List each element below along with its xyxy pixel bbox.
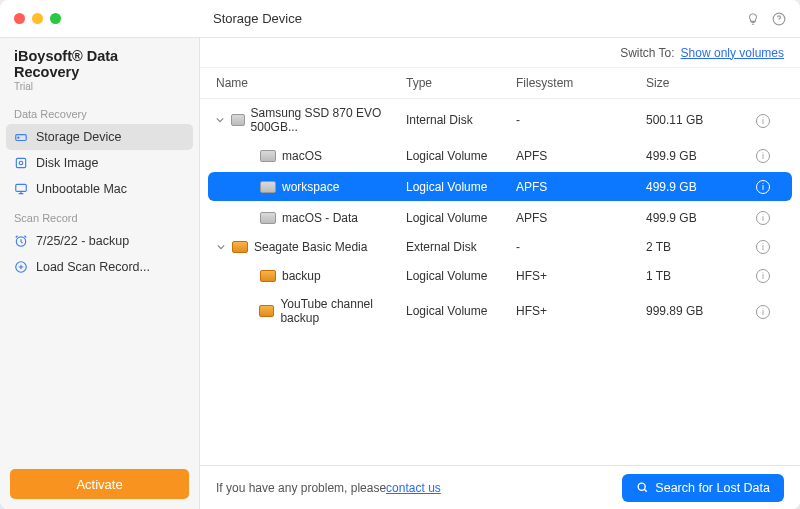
search-icon [636, 481, 649, 494]
sidebar-item-label: Unbootable Mac [36, 182, 127, 196]
search-lost-data-button[interactable]: Search for Lost Data [622, 474, 784, 502]
info-icon[interactable]: i [756, 305, 770, 319]
sidebar-item-label: Load Scan Record... [36, 260, 150, 274]
sidebar-section-header: Scan Record [0, 202, 199, 228]
table-row[interactable]: workspaceLogical VolumeAPFS499.9 GBi [208, 172, 792, 201]
body: iBoysoft® Data Recovery Trial Data Recov… [0, 38, 800, 509]
monitor-icon [14, 182, 28, 196]
info-icon[interactable]: i [756, 180, 770, 194]
svg-rect-3 [16, 158, 25, 167]
sidebar-item-load-scan-record-[interactable]: Load Scan Record... [0, 254, 199, 280]
row-type: Logical Volume [406, 211, 516, 225]
svg-line-13 [645, 489, 648, 492]
chevron-down-icon[interactable] [216, 116, 225, 124]
drive-icon [260, 181, 276, 193]
sidebar-item-disk-image[interactable]: Disk Image [0, 150, 199, 176]
row-name: backup [282, 269, 321, 283]
row-type: Logical Volume [406, 180, 516, 194]
row-name: Seagate Basic Media [254, 240, 367, 254]
search-button-label: Search for Lost Data [655, 481, 770, 495]
window-controls [0, 13, 200, 24]
sidebar-item-label: 7/25/22 - backup [36, 234, 129, 248]
disk-image-icon [14, 156, 28, 170]
table-row[interactable]: Samsung SSD 870 EVO 500GB...Internal Dis… [200, 99, 800, 141]
sidebar-item-7-25-22-backup[interactable]: 7/25/22 - backup [0, 228, 199, 254]
table-row[interactable]: YouTube channel backupLogical VolumeHFS+… [200, 290, 800, 332]
table-row[interactable]: backupLogical VolumeHFS+1 TBi [200, 261, 800, 290]
sidebar: iBoysoft® Data Recovery Trial Data Recov… [0, 38, 200, 509]
row-filesystem: APFS [516, 211, 646, 225]
row-type: Logical Volume [406, 149, 516, 163]
activate-button[interactable]: Activate [10, 469, 189, 499]
help-icon[interactable] [772, 12, 786, 26]
row-type: Logical Volume [406, 304, 516, 318]
brand-sub: Trial [14, 81, 185, 92]
info-icon[interactable]: i [756, 211, 770, 225]
sidebar-item-storage-device[interactable]: Storage Device [6, 124, 193, 150]
row-filesystem: - [516, 240, 646, 254]
svg-point-4 [19, 161, 23, 165]
clock-icon [14, 234, 28, 248]
drive-icon [231, 114, 245, 126]
page-title: Storage Device [200, 11, 746, 26]
plus-circle-icon [14, 260, 28, 274]
footer: If you have any problem, please contact … [200, 465, 800, 509]
info-icon[interactable]: i [756, 269, 770, 283]
row-name: workspace [282, 180, 339, 194]
sidebar-item-label: Disk Image [36, 156, 99, 170]
titlebar: Storage Device [0, 0, 800, 38]
info-icon[interactable]: i [756, 149, 770, 163]
info-icon[interactable]: i [756, 240, 770, 254]
drive-icon [260, 150, 276, 162]
col-size[interactable]: Size [646, 76, 756, 90]
table-body: Samsung SSD 870 EVO 500GB...Internal Dis… [200, 99, 800, 465]
sidebar-item-label: Storage Device [36, 130, 121, 144]
storage-icon [14, 130, 28, 144]
row-size: 1 TB [646, 269, 756, 283]
table-row[interactable]: macOSLogical VolumeAPFS499.9 GBi [200, 141, 800, 170]
titlebar-actions [746, 12, 800, 26]
col-name[interactable]: Name [216, 76, 406, 90]
chevron-down-icon[interactable] [216, 243, 226, 251]
row-name: macOS [282, 149, 322, 163]
row-name: macOS - Data [282, 211, 358, 225]
drive-icon [260, 212, 276, 224]
sidebar-section-header: Data Recovery [0, 98, 199, 124]
row-size: 500.11 GB [646, 113, 756, 127]
col-type[interactable]: Type [406, 76, 516, 90]
table-row[interactable]: Seagate Basic MediaExternal Disk-2 TBi [200, 232, 800, 261]
row-size: 999.89 GB [646, 304, 756, 318]
row-size: 499.9 GB [646, 180, 756, 194]
row-filesystem: - [516, 113, 646, 127]
table-header: Name Type Filesystem Size [200, 68, 800, 99]
svg-point-12 [639, 483, 646, 490]
sidebar-spacer [0, 280, 199, 459]
close-icon[interactable] [14, 13, 25, 24]
row-type: Logical Volume [406, 269, 516, 283]
info-icon[interactable]: i [756, 114, 770, 128]
footer-text: If you have any problem, please [216, 481, 386, 495]
show-only-volumes-link[interactable]: Show only volumes [681, 46, 784, 60]
table-row[interactable]: macOS - DataLogical VolumeAPFS499.9 GBi [200, 203, 800, 232]
minimize-icon[interactable] [32, 13, 43, 24]
svg-point-2 [18, 137, 19, 138]
row-size: 499.9 GB [646, 211, 756, 225]
app-window: Storage Device iBoysoft® Data Recovery T… [0, 0, 800, 509]
row-type: Internal Disk [406, 113, 516, 127]
row-name: YouTube channel backup [280, 297, 406, 325]
row-filesystem: APFS [516, 180, 646, 194]
row-size: 499.9 GB [646, 149, 756, 163]
lightbulb-icon[interactable] [746, 12, 760, 26]
col-fs[interactable]: Filesystem [516, 76, 646, 90]
sidebar-item-unbootable-mac[interactable]: Unbootable Mac [0, 176, 199, 202]
svg-rect-5 [16, 184, 27, 191]
row-size: 2 TB [646, 240, 756, 254]
contact-us-link[interactable]: contact us [386, 481, 441, 495]
brand-name: iBoysoft® Data Recovery [14, 48, 185, 80]
col-info [756, 76, 784, 90]
row-filesystem: HFS+ [516, 269, 646, 283]
zoom-icon[interactable] [50, 13, 61, 24]
row-name: Samsung SSD 870 EVO 500GB... [251, 106, 406, 134]
brand: iBoysoft® Data Recovery Trial [0, 38, 199, 98]
drive-icon [232, 241, 248, 253]
